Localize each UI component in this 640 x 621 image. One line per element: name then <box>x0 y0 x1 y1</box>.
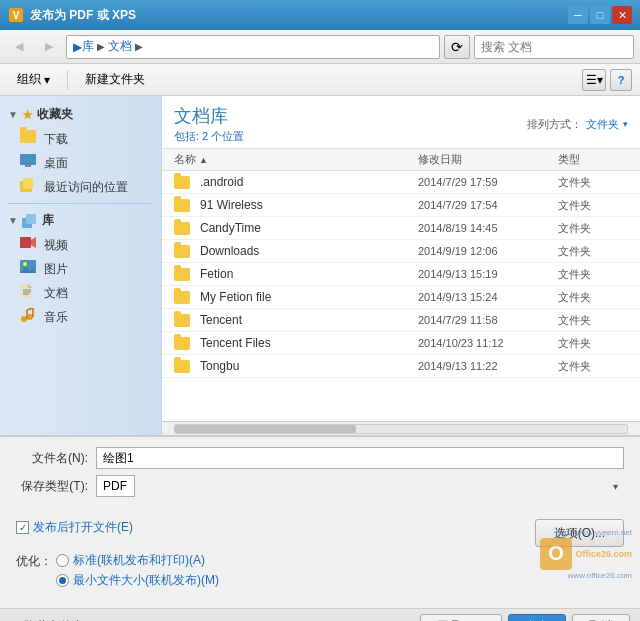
organize-button[interactable]: 组织 ▾ <box>8 68 59 92</box>
file-row[interactable]: CandyTime 2014/8/19 14:45 文件夹 <box>162 217 640 240</box>
cancel-button[interactable]: 取消 <box>572 614 630 621</box>
music-icon <box>20 308 38 326</box>
breadcrumb-doc[interactable]: 文档 <box>108 38 132 55</box>
title-bar: V 发布为 PDF 或 XPS ─ □ ✕ <box>0 0 640 30</box>
status-right: 工具(L) ▾ 发布 取消 <box>420 614 630 621</box>
file-row[interactable]: Tencent Files 2014/10/23 11:12 文件夹 <box>162 332 640 355</box>
back-button[interactable]: ◀ <box>6 35 32 59</box>
sort-arrow: ▾ <box>623 119 628 129</box>
forward-button[interactable]: ▶ <box>36 35 62 59</box>
sidebar-divider <box>8 203 153 204</box>
open-after-publish-checkbox[interactable]: ✓ <box>16 521 29 534</box>
radio-group: 标准(联机发布和打印)(A) 最小文件大小(联机发布)(M) <box>56 553 219 592</box>
svg-text:O: O <box>549 542 565 564</box>
radio-minsize-row: 最小文件大小(联机发布)(M) <box>56 573 219 589</box>
col-type-header[interactable]: 类型 <box>558 152 628 167</box>
close-button[interactable]: ✕ <box>612 6 632 24</box>
sidebar-item-pictures[interactable]: 图片 <box>0 257 161 281</box>
favorites-section: ▼ ★ 收藏夹 下载 <box>0 102 161 199</box>
sidebar-item-documents[interactable]: 文档 <box>0 281 161 305</box>
library-label: 库 <box>42 212 54 229</box>
favorites-header[interactable]: ▼ ★ 收藏夹 <box>0 102 161 127</box>
h-scroll-track <box>174 424 628 434</box>
sidebar-item-pictures-label: 图片 <box>44 261 68 278</box>
publish-button[interactable]: 发布 <box>508 614 566 621</box>
breadcrumb-item[interactable]: ▶ <box>73 40 82 54</box>
breadcrumb-lib[interactable]: 库 <box>82 38 94 55</box>
view-button[interactable]: ☰▾ <box>582 69 606 91</box>
file-date-myfetion: 2014/9/13 15:24 <box>418 291 558 303</box>
favorites-arrow: ▼ <box>8 109 18 120</box>
sort-value[interactable]: 文件夹 <box>586 117 619 132</box>
col-name-header[interactable]: 名称 ▲ <box>174 152 418 167</box>
search-input[interactable] <box>475 40 634 54</box>
library-header[interactable]: ▼ 库 <box>0 208 161 233</box>
file-type-myfetion: 文件夹 <box>558 290 628 305</box>
select-arrow-icon: ▾ <box>613 481 618 492</box>
file-date-tencentfiles: 2014/10/23 11:12 <box>418 337 558 349</box>
tools-button[interactable]: 工具(L) ▾ <box>420 614 502 621</box>
sidebar-item-downloads-label: 下载 <box>44 131 68 148</box>
checkbox-wrapper: ✓ 发布后打开文件(E) <box>16 519 133 536</box>
star-icon: ★ <box>22 108 33 122</box>
file-row[interactable]: My Fetion file 2014/9/13 15:24 文件夹 <box>162 286 640 309</box>
sidebar-item-desktop[interactable]: 桌面 <box>0 151 161 175</box>
file-type-select[interactable]: PDF XPS <box>96 475 135 497</box>
sidebar-item-video[interactable]: 视频 <box>0 233 161 257</box>
file-date-android: 2014/7/29 17:59 <box>418 176 558 188</box>
file-name-candy: CandyTime <box>200 221 418 235</box>
file-name-tencent: Tencent <box>200 313 418 327</box>
file-name-downloads: Downloads <box>200 244 418 258</box>
col-date-label: 修改日期 <box>418 153 462 165</box>
svg-point-19 <box>27 314 33 320</box>
file-name-row: 文件名(N): 绘图1 <box>16 447 624 469</box>
file-list: .android 2014/7/29 17:59 文件夹 91 Wireless… <box>162 171 640 421</box>
minimize-button[interactable]: ─ <box>568 6 588 24</box>
file-name-fetion: Fetion <box>200 267 418 281</box>
file-date-91: 2014/7/29 17:54 <box>418 199 558 211</box>
horizontal-scrollbar[interactable] <box>162 421 640 435</box>
sidebar-item-documents-label: 文档 <box>44 285 68 302</box>
file-name-android: .android <box>200 175 418 189</box>
recent-icon <box>20 178 38 196</box>
radio-standard-label[interactable]: 标准(联机发布和打印)(A) <box>73 553 205 569</box>
file-row[interactable]: Tencent 2014/7/29 11:58 文件夹 <box>162 309 640 332</box>
picture-icon <box>20 260 38 278</box>
svg-text:V: V <box>13 10 20 21</box>
file-name-myfetion: My Fetion file <box>200 290 418 304</box>
file-type-candy: 文件夹 <box>558 221 628 236</box>
col-date-header[interactable]: 修改日期 <box>418 152 558 167</box>
sidebar-item-downloads[interactable]: 下载 <box>0 127 161 151</box>
desktop-icon <box>20 154 38 172</box>
sidebar-item-recent[interactable]: 最近访问的位置 <box>0 175 161 199</box>
file-type-downloads: 文件夹 <box>558 244 628 259</box>
file-name-tongbu: Tongbu <box>200 359 418 373</box>
maximize-button[interactable]: □ <box>590 6 610 24</box>
main-content: ▼ ★ 收藏夹 下载 <box>0 96 640 436</box>
file-name-input[interactable] <box>96 447 624 469</box>
office-logo-icon: O <box>540 538 572 570</box>
search-box: 🔍 <box>474 35 634 59</box>
help-button[interactable]: ? <box>610 69 632 91</box>
file-date-fetion: 2014/9/13 15:19 <box>418 268 558 280</box>
library-section: ▼ 库 视频 <box>0 208 161 329</box>
radio-standard[interactable] <box>56 554 69 567</box>
col-name-arrow: ▲ <box>199 155 208 165</box>
file-type-tencent: 文件夹 <box>558 313 628 328</box>
sidebar-item-music[interactable]: 音乐 <box>0 305 161 329</box>
open-after-publish-label[interactable]: 发布后打开文件(E) <box>33 519 133 536</box>
refresh-button[interactable]: ⟳ <box>444 35 470 59</box>
file-row[interactable]: Downloads 2014/9/19 12:06 文件夹 <box>162 240 640 263</box>
breadcrumb-sep1: ▶ <box>97 41 105 52</box>
file-row[interactable]: Fetion 2014/9/13 15:19 文件夹 <box>162 263 640 286</box>
optimize-row: 优化： 标准(联机发布和打印)(A) 最小文件大小(联机发布)(M) <box>16 553 624 592</box>
library-title: 文档库 <box>174 104 244 128</box>
radio-minsize[interactable] <box>56 574 69 587</box>
svg-line-21 <box>27 308 33 310</box>
radio-minsize-label[interactable]: 最小文件大小(联机发布)(M) <box>73 573 219 589</box>
file-row[interactable]: Tongbu 2014/9/13 11:22 文件夹 <box>162 355 640 378</box>
new-folder-button[interactable]: 新建文件夹 <box>76 68 154 92</box>
column-headers: 名称 ▲ 修改日期 类型 <box>162 149 640 171</box>
file-row[interactable]: 91 Wireless 2014/7/29 17:54 文件夹 <box>162 194 640 217</box>
file-row[interactable]: .android 2014/7/29 17:59 文件夹 <box>162 171 640 194</box>
